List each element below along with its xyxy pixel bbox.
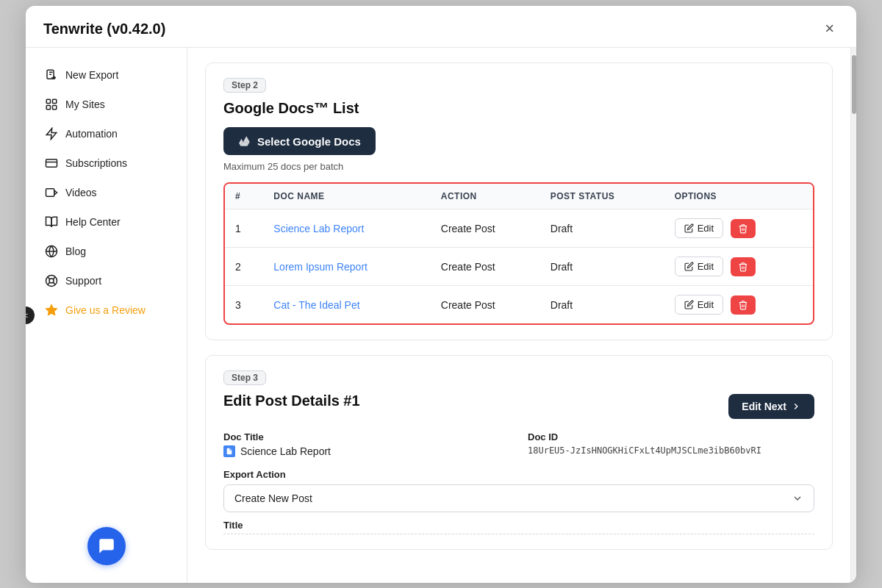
select-google-docs-label: Select Google Docs bbox=[257, 135, 361, 148]
select-google-docs-button[interactable]: Select Google Docs bbox=[223, 127, 376, 155]
file-export-icon bbox=[45, 68, 58, 82]
svg-line-14 bbox=[48, 277, 50, 279]
row1-doc-link[interactable]: Science Lab Report bbox=[273, 223, 364, 234]
row2-options: Edit bbox=[664, 248, 813, 286]
svg-line-15 bbox=[53, 282, 55, 284]
row2-edit-button[interactable]: Edit bbox=[675, 257, 723, 276]
sidebar-item-videos[interactable]: Videos bbox=[32, 179, 181, 207]
trash-icon bbox=[738, 262, 748, 272]
row3-status: Draft bbox=[540, 286, 664, 324]
svg-rect-6 bbox=[46, 159, 57, 168]
doc-title-label: Doc Title bbox=[223, 431, 510, 442]
row1-delete-button[interactable] bbox=[731, 219, 756, 238]
svg-rect-4 bbox=[53, 106, 57, 110]
row1-edit-button[interactable]: Edit bbox=[675, 218, 723, 238]
modal-body: New Export My Sites bbox=[26, 48, 856, 583]
table-row: 1 Science Lab Report Create Post Draft bbox=[225, 209, 813, 248]
sidebar: New Export My Sites bbox=[26, 48, 187, 583]
doc-title-field: Doc Title Science Lab Report bbox=[223, 431, 510, 457]
col-doc-name: DOC NAME bbox=[263, 184, 430, 209]
row3-doc-link[interactable]: Cat - The Ideal Pet bbox=[273, 299, 359, 311]
title-section-label: Title bbox=[223, 520, 814, 534]
arrow-right-icon bbox=[791, 401, 801, 412]
row2-num: 2 bbox=[225, 248, 263, 286]
sidebar-item-help-center[interactable]: Help Center bbox=[32, 208, 181, 236]
step3-badge: Step 3 bbox=[223, 370, 266, 385]
svg-line-16 bbox=[53, 277, 55, 279]
row1-action: Create Post bbox=[431, 209, 540, 248]
table-row: 3 Cat - The Ideal Pet Create Post Draft bbox=[225, 286, 813, 324]
close-button[interactable]: × bbox=[820, 19, 839, 38]
row2-delete-button[interactable] bbox=[731, 257, 756, 276]
svg-marker-9 bbox=[54, 190, 57, 195]
row2-doc-link[interactable]: Lorem Ipsum Report bbox=[273, 261, 368, 273]
sidebar-item-automation[interactable]: Automation bbox=[32, 120, 181, 148]
row2-status: Draft bbox=[540, 248, 664, 286]
doc-title-value: Science Lab Report bbox=[223, 445, 510, 457]
docs-table-wrapper: # DOC NAME ACTION POST STATUS OPTIONS 1 bbox=[223, 182, 814, 325]
col-options: OPTIONS bbox=[664, 184, 813, 209]
grid-icon bbox=[45, 98, 58, 111]
sidebar-item-subscriptions[interactable]: Subscriptions bbox=[32, 149, 181, 177]
row3-options: Edit bbox=[664, 286, 813, 324]
google-doc-icon bbox=[223, 445, 235, 457]
svg-marker-5 bbox=[46, 129, 57, 140]
modal-title: Tenwrite (v0.42.0) bbox=[43, 21, 165, 37]
export-action-field: Export Action Create New Post bbox=[223, 469, 814, 512]
edit-icon bbox=[684, 300, 694, 309]
support-globe-icon bbox=[45, 274, 58, 287]
doc-file-icon bbox=[226, 448, 233, 455]
step3-fields: Doc Title Science Lab Report bbox=[223, 431, 814, 457]
step2-badge: Step 2 bbox=[223, 78, 266, 93]
svg-rect-8 bbox=[46, 189, 54, 197]
main-content: Step 2 Google Docs™ List Select Google D… bbox=[187, 48, 850, 583]
svg-rect-3 bbox=[46, 106, 50, 110]
sidebar-item-give-review[interactable]: Give us a Review bbox=[32, 296, 181, 324]
sidebar-item-new-export-label: New Export bbox=[65, 69, 118, 81]
step3-header: Edit Post Details #1 Edit Next bbox=[223, 392, 814, 420]
svg-line-17 bbox=[48, 282, 50, 284]
video-icon bbox=[45, 186, 58, 199]
row3-edit-button[interactable]: Edit bbox=[675, 295, 723, 315]
chat-button[interactable] bbox=[87, 527, 126, 565]
export-action-select[interactable]: Create New Post bbox=[223, 484, 814, 512]
trash-icon bbox=[738, 223, 748, 234]
doc-id-field: Doc ID 18UrEU5-JzIsHNOGKHiCFxLt4UpMJSCLm… bbox=[528, 431, 814, 457]
drive-icon bbox=[238, 135, 251, 148]
edit-next-label: Edit Next bbox=[742, 401, 786, 412]
step2-title: Google Docs™ List bbox=[223, 100, 814, 117]
book-icon bbox=[45, 215, 58, 229]
scrollbar-track[interactable] bbox=[850, 48, 856, 583]
row3-delete-button[interactable] bbox=[731, 295, 756, 315]
docs-table-head: # DOC NAME ACTION POST STATUS OPTIONS bbox=[225, 184, 813, 209]
row1-num: 1 bbox=[225, 209, 263, 248]
edit-icon bbox=[684, 262, 694, 271]
sidebar-item-my-sites-label: My Sites bbox=[65, 98, 105, 110]
edit-next-button[interactable]: Edit Next bbox=[728, 394, 814, 419]
row1-options: Edit bbox=[664, 209, 813, 248]
row2-doc-name: Lorem Ipsum Report bbox=[263, 248, 430, 286]
max-docs-note: Maximum 25 docs per batch bbox=[223, 161, 814, 172]
sidebar-item-support[interactable]: Support bbox=[32, 267, 181, 295]
docs-table-body: 1 Science Lab Report Create Post Draft bbox=[225, 209, 813, 324]
sidebar-item-blog[interactable]: Blog bbox=[32, 237, 181, 265]
edit-icon bbox=[684, 223, 694, 233]
sidebar-item-new-export[interactable]: New Export bbox=[32, 61, 181, 89]
sidebar-item-videos-label: Videos bbox=[65, 187, 97, 198]
row1-doc-name: Science Lab Report bbox=[263, 209, 430, 248]
col-action: ACTION bbox=[431, 184, 540, 209]
sidebar-item-support-label: Support bbox=[65, 275, 101, 287]
chevron-down-icon bbox=[792, 492, 803, 504]
modal-overlay: Tenwrite (v0.42.0) × New Export bbox=[0, 0, 882, 588]
doc-id-value: 18UrEU5-JzIsHNOGKHiCFxLt4UpMJSCLme3ibB60… bbox=[528, 445, 814, 456]
card-icon bbox=[45, 157, 58, 170]
trash-icon bbox=[738, 300, 748, 310]
col-number: # bbox=[225, 184, 263, 209]
sidebar-item-my-sites[interactable]: My Sites bbox=[32, 90, 181, 118]
svg-rect-1 bbox=[46, 99, 50, 103]
step3-section: Step 3 Edit Post Details #1 Edit Next Do… bbox=[205, 355, 833, 550]
sidebar-item-blog-label: Blog bbox=[65, 245, 86, 257]
doc-title-text: Science Lab Report bbox=[240, 445, 331, 457]
scrollbar-thumb[interactable] bbox=[852, 55, 856, 114]
export-action-label: Export Action bbox=[223, 469, 814, 480]
